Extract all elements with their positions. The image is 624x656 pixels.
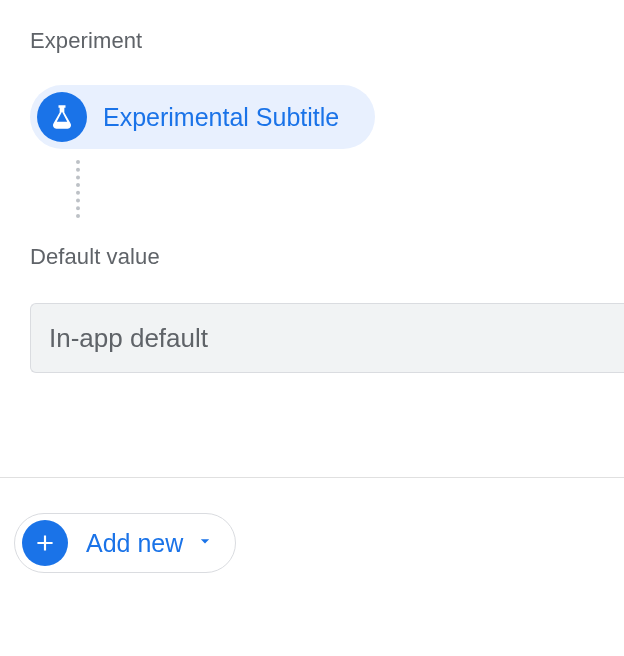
- connector-line: [76, 160, 80, 218]
- default-value-text: In-app default: [49, 323, 208, 354]
- section-divider: [0, 477, 624, 478]
- experiment-chip[interactable]: Experimental Subtitle: [30, 85, 375, 149]
- flask-icon: [37, 92, 87, 142]
- add-new-label: Add new: [86, 529, 183, 558]
- experiment-chip-label: Experimental Subtitle: [103, 103, 339, 132]
- chevron-down-icon: [195, 531, 215, 555]
- plus-icon: [22, 520, 68, 566]
- add-new-button[interactable]: Add new: [14, 513, 236, 573]
- default-value-section-label: Default value: [30, 244, 160, 270]
- experiment-section-label: Experiment: [30, 28, 142, 54]
- default-value-field[interactable]: In-app default: [30, 303, 624, 373]
